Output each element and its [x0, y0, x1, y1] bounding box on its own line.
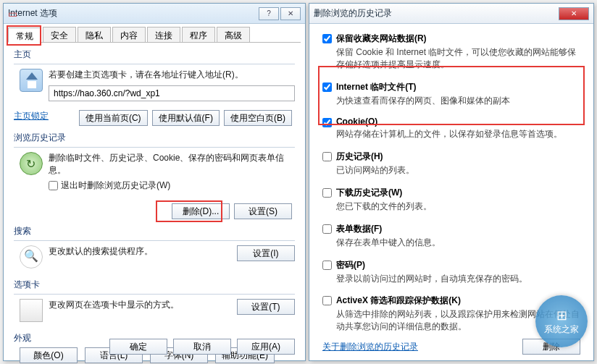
delete-option-checkbox-0[interactable]	[322, 34, 332, 43]
highlight-delete-button	[156, 200, 222, 222]
delete-option-checkbox-4[interactable]	[322, 188, 332, 198]
search-hint: 更改默认的搜索提供程序。	[49, 245, 231, 258]
highlight-tab-general	[7, 25, 41, 46]
window-title-right: 删除浏览的历史记录	[314, 7, 559, 20]
group-history-title: 浏览历史记录	[14, 132, 295, 144]
delete-option-title: 历史记录(H)	[336, 151, 580, 163]
tab-programs[interactable]: 程序	[182, 27, 215, 42]
group-home-title: 主页	[14, 48, 295, 61]
use-default-button[interactable]: 使用默认值(F)	[152, 110, 220, 126]
search-settings-button[interactable]: 设置(I)	[237, 245, 295, 261]
delete-option-checkbox-6[interactable]	[322, 261, 332, 270]
delete-option-0: 保留收藏夹网站数据(R)保留 Cookie 和 Internet 临时文件，可以…	[322, 33, 580, 71]
use-current-button[interactable]: 使用当前页(C)	[79, 110, 148, 126]
delete-option-checkbox-7[interactable]	[322, 296, 332, 305]
history-settings-button[interactable]: 设置(S)	[234, 203, 292, 219]
tab-connections[interactable]: 连接	[147, 27, 180, 42]
delete-on-exit-checkbox[interactable]	[49, 181, 58, 190]
delete-option-6: 密码(P)登录以前访问过的网站时，自动填充保存的密码。	[322, 259, 580, 285]
delete-on-exit-label: 退出时删除浏览历史记录(W)	[61, 179, 170, 192]
delete-option-4: 下载历史记录(W)您已下载的文件的列表。	[322, 187, 580, 213]
group-tabs-title: 选项卡	[14, 279, 295, 291]
delete-option-desc: 登录以前访问过的网站时，自动填充保存的密码。	[336, 273, 580, 285]
group-search-title: 搜索	[14, 225, 295, 237]
home-url-input[interactable]	[49, 85, 295, 101]
home-lock-link[interactable]: 主页锁定	[14, 110, 49, 126]
help-button[interactable]: ?	[259, 7, 279, 20]
home-hint: 若要创建主页选项卡，请在各地址行键入地址(R)。	[49, 69, 295, 81]
delete-option-desc: 保存在表单中键入的信息。	[336, 237, 580, 249]
close-button-right[interactable]: ✕	[559, 7, 589, 20]
delete-option-5: 表单数据(F)保存在表单中键入的信息。	[322, 223, 580, 249]
about-delete-link[interactable]: 关于删除浏览的历史记录	[322, 341, 418, 353]
search-icon	[20, 245, 43, 268]
use-blank-button[interactable]: 使用空白页(B)	[224, 110, 292, 126]
delete-option-checkbox-5[interactable]	[322, 224, 332, 234]
delete-option-3: 历史记录(H)已访问网站的列表。	[322, 151, 580, 177]
delete-option-checkbox-3[interactable]	[322, 152, 332, 161]
delete-option-desc: 网站存储在计算机上的文件，以保存如登录信息等首选项。	[336, 128, 580, 140]
apply-button[interactable]: 应用(A)	[237, 339, 295, 355]
tab-privacy[interactable]: 隐私	[78, 27, 111, 42]
history-hint: 删除临时文件、历史记录、Cookie、保存的密码和网页表单信息。	[49, 152, 295, 177]
delete-option-desc: 您已下载的文件的列表。	[336, 200, 580, 213]
cancel-button[interactable]: 取消	[173, 339, 231, 355]
tabs-settings-button[interactable]: 设置(T)	[237, 299, 295, 315]
delete-option-title: 表单数据(F)	[336, 223, 580, 235]
close-button-left[interactable]: ✕	[280, 7, 301, 20]
tabs-icon	[20, 299, 43, 322]
window-title-left: Internet 选项	[8, 7, 259, 20]
color-button[interactable]: 颜色(O)	[20, 347, 78, 363]
delete-option-title: 保留收藏夹网站数据(R)	[336, 33, 580, 45]
tab-advanced[interactable]: 高级	[217, 27, 250, 42]
home-icon	[20, 69, 43, 92]
tabs-hint: 更改网页在选项卡中显示的方式。	[49, 299, 231, 311]
tab-content[interactable]: 内容	[112, 27, 146, 42]
tab-strip: 常规 安全 隐私 内容 连接 程序 高级	[8, 27, 301, 43]
watermark-badge: ⊞ 系统之家	[535, 295, 588, 347]
tab-security[interactable]: 安全	[43, 27, 76, 42]
ok-button[interactable]: 确定	[109, 339, 167, 355]
history-icon	[20, 152, 43, 175]
delete-option-title: 密码(P)	[336, 259, 580, 271]
delete-option-desc: 已访问网站的列表。	[336, 164, 580, 177]
highlight-temp-cookie	[318, 66, 585, 125]
delete-option-title: 下载历史记录(W)	[336, 187, 580, 199]
